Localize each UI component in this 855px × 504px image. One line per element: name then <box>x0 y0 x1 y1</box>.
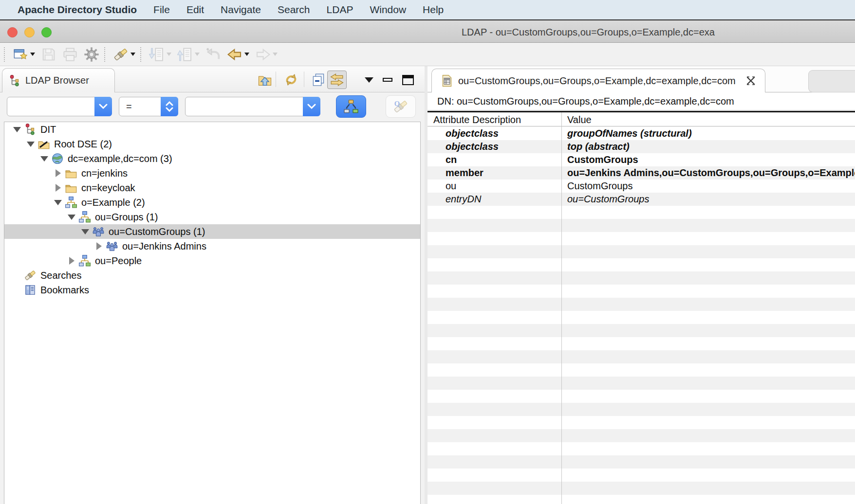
dropdown-caret-icon[interactable] <box>244 53 249 56</box>
attribute-row-member[interactable]: memberou=Jenkins Admins,ou=CustomGroups,… <box>428 166 855 180</box>
menu-item-file[interactable]: File <box>153 4 170 15</box>
expander-open-icon[interactable] <box>52 200 64 205</box>
minimize-button[interactable] <box>378 71 397 89</box>
attribute-row-empty <box>428 298 855 311</box>
quick-search-button[interactable]: Q <box>386 95 416 118</box>
back-button[interactable] <box>225 45 251 64</box>
search-button[interactable] <box>112 45 137 64</box>
attribute-name[interactable]: objectclass <box>446 127 558 140</box>
attribute-name[interactable]: ou <box>446 180 558 193</box>
close-tab-icon[interactable] <box>745 75 756 86</box>
print-button[interactable] <box>61 45 79 64</box>
tree-item-cn-keycloak[interactable]: cn=keycloak <box>4 180 420 195</box>
forward-button[interactable] <box>254 45 279 64</box>
tree-item-ou-people[interactable]: ou=People <box>4 253 420 268</box>
attribute-row-empty <box>428 377 855 390</box>
filter-operator-combo[interactable]: = <box>119 97 178 116</box>
collapse-all-button[interactable] <box>309 71 328 89</box>
tree-item-ou-groups-1[interactable]: ou=Groups (1) <box>4 210 420 224</box>
tree-item-dc-example-dc-com-3[interactable]: dc=example,dc=com (3) <box>4 151 420 166</box>
column-divider[interactable] <box>561 112 562 504</box>
stepper-icon[interactable] <box>161 97 178 116</box>
menu-item-window[interactable]: Window <box>370 4 406 15</box>
expander-open-icon[interactable] <box>66 215 77 220</box>
tree-item-o-example-2[interactable]: o=Example (2) <box>4 195 420 210</box>
refresh-icon <box>284 72 298 87</box>
attribute-row-empty <box>428 311 855 324</box>
dropdown-caret-icon[interactable] <box>167 53 171 56</box>
dropdown-caret-icon[interactable] <box>30 53 35 56</box>
expander-closed-icon[interactable] <box>93 242 105 250</box>
tab-ldap-browser[interactable]: LDAP Browser <box>2 68 115 92</box>
expander-open-icon[interactable] <box>79 229 91 234</box>
attribute-value[interactable]: CustomGroups <box>567 180 855 193</box>
attribute-value[interactable]: CustomGroups <box>567 153 855 166</box>
attribute-row-ou[interactable]: ouCustomGroups <box>428 180 855 193</box>
tree-item-bookmarks[interactable]: Bookmarks <box>4 283 420 297</box>
dropdown-caret-icon[interactable] <box>273 53 278 56</box>
menu-item-help[interactable]: Help <box>423 4 444 15</box>
settings-button[interactable] <box>82 45 101 64</box>
close-window-button[interactable] <box>7 27 18 37</box>
export-button[interactable] <box>176 45 201 64</box>
expander-open-icon[interactable] <box>11 127 23 132</box>
tree-item-ou-jenkins-admins[interactable]: ou=Jenkins Admins <box>4 239 420 253</box>
expander-closed-icon[interactable] <box>66 257 77 265</box>
expander-closed-icon[interactable] <box>52 169 64 177</box>
tree-item-ou-customgroups-1[interactable]: ou=CustomGroups (1) <box>4 224 420 239</box>
expander-open-icon[interactable] <box>25 142 37 147</box>
attribute-row-empty <box>428 219 855 232</box>
refresh-button[interactable] <box>281 71 301 89</box>
filter-value-combo[interactable] <box>185 97 320 116</box>
menu-item-edit[interactable]: Edit <box>186 4 204 15</box>
menu-item-ldap[interactable]: LDAP <box>327 4 353 15</box>
attribute-value[interactable]: ou=Jenkins Admins,ou=CustomGroups,ou=Gro… <box>567 166 855 180</box>
maximize-icon <box>402 75 414 85</box>
menu-item-navigate[interactable]: Navigate <box>221 4 261 15</box>
folder-icon <box>65 167 77 180</box>
new-connection-button[interactable] <box>11 45 37 64</box>
attribute-name[interactable]: objectclass <box>446 140 558 153</box>
import-button[interactable] <box>148 45 173 64</box>
tree-item-searches[interactable]: Searches <box>4 268 420 283</box>
zoom-window-button[interactable] <box>41 27 52 37</box>
attribute-name[interactable]: member <box>446 166 558 180</box>
attribute-row-objectclass[interactable]: objectclassgroupOfNames (structural) <box>428 127 855 140</box>
expander-open-icon[interactable] <box>38 156 50 162</box>
minimize-window-button[interactable] <box>24 27 35 37</box>
attribute-row-objectclass[interactable]: objectclasstop (abstract) <box>428 140 855 153</box>
attribute-name[interactable]: cn <box>446 153 558 166</box>
menu-item-search[interactable]: Search <box>278 4 310 15</box>
menu-app-name[interactable]: Apache Directory Studio <box>18 4 137 16</box>
filter-attribute-combo[interactable] <box>7 97 112 116</box>
attribute-value[interactable]: top (abstract) <box>567 140 855 153</box>
attribute-name[interactable]: entryDN <box>446 193 558 206</box>
dropdown-caret-icon[interactable] <box>195 53 200 56</box>
tree-item-cn-jenkins[interactable]: cn=jenkins <box>4 166 420 180</box>
tab-entry-editor[interactable]: ou=CustomGroups,ou=Groups,o=Example,dc=e… <box>431 69 765 92</box>
link-with-editor-button[interactable] <box>327 71 347 89</box>
chevron-down-icon[interactable] <box>303 97 320 116</box>
tree-item-dit[interactable]: DIT <box>4 122 420 137</box>
group-icon <box>92 225 105 238</box>
attribute-row-empty <box>428 403 855 416</box>
view-menu-button[interactable] <box>359 71 379 89</box>
attribute-row-entryDN[interactable]: entryDNou=CustomGroups <box>428 193 855 206</box>
maximize-button[interactable] <box>398 71 418 89</box>
column-attribute-description[interactable]: Attribute Description <box>433 113 521 126</box>
attribute-row-cn[interactable]: cnCustomGroups <box>428 153 855 166</box>
up-to-parent-button[interactable] <box>255 71 275 89</box>
tree-item-root-dse-2[interactable]: Root DSE (2) <box>4 137 420 151</box>
column-value[interactable]: Value <box>567 113 592 126</box>
save-button[interactable] <box>39 45 58 64</box>
chevron-down-icon[interactable] <box>94 97 112 116</box>
dropdown-caret-icon[interactable] <box>130 53 135 56</box>
tree-item-label: Root DSE (2) <box>54 139 112 150</box>
attribute-value[interactable]: ou=CustomGroups <box>567 193 855 206</box>
traffic-lights <box>7 27 52 37</box>
hierarchy-filter-button[interactable] <box>336 95 366 118</box>
ldap-browser-panel: LDAP Browser = <box>0 66 425 504</box>
attribute-value[interactable]: groupOfNames (structural) <box>567 127 855 140</box>
expander-closed-icon[interactable] <box>52 184 64 192</box>
back-new-button[interactable] <box>204 45 223 64</box>
